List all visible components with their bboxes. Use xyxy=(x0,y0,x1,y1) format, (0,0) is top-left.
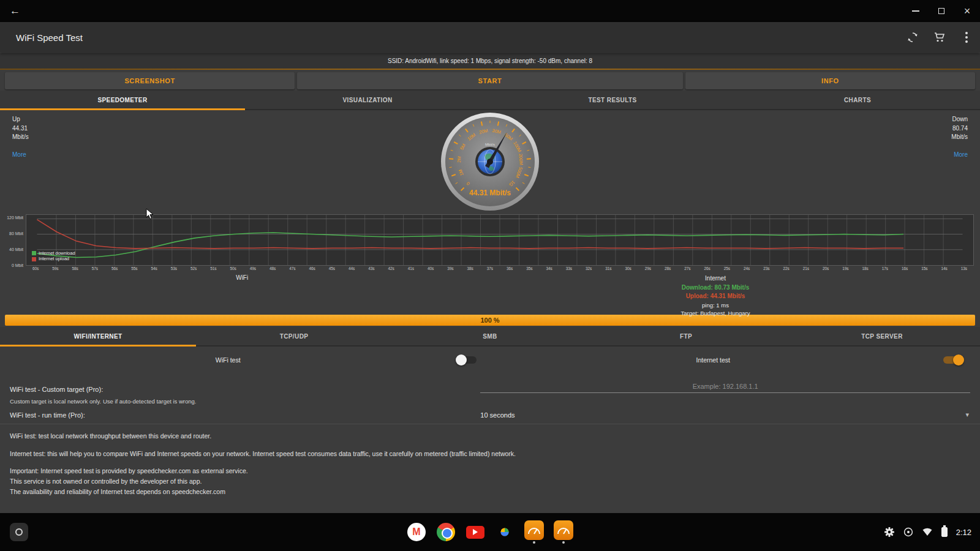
settings-section: WiFi test Internet test WiFi test - Cust… xyxy=(0,347,980,504)
maximize-icon xyxy=(938,8,944,14)
svg-text:200M: 200M xyxy=(518,154,524,165)
tab-tcp-server[interactable]: TCP SERVER xyxy=(784,327,980,345)
x-axis-label: 48s xyxy=(263,266,282,271)
x-axis-label: 56s xyxy=(105,266,124,271)
x-axis-label: 49s xyxy=(243,266,263,271)
internet-target-value: Target: Budapest, Hungary xyxy=(680,309,750,318)
chart-x-axis: 60s59s58s57s56s55s54s53s52s51s50s49s48s4… xyxy=(26,266,974,271)
x-axis-label: 47s xyxy=(282,266,302,271)
tab-visualization[interactable]: VISUALIZATION xyxy=(245,91,490,109)
x-axis-label: 35s xyxy=(519,266,539,271)
chevron-down-icon[interactable]: ▾ xyxy=(965,411,970,419)
internet-test-description: Internet test: this will help you to com… xyxy=(10,449,970,459)
x-axis-label: 38s xyxy=(461,266,480,271)
minimize-button[interactable] xyxy=(903,0,929,22)
tab-charts[interactable]: CHARTS xyxy=(735,91,980,109)
x-axis-label: 30s xyxy=(619,266,638,271)
legend-item: Internet upload xyxy=(32,256,75,262)
y-axis-label: 40 Mbit xyxy=(9,247,23,252)
tab-ftp[interactable]: FTP xyxy=(588,327,784,345)
internet-test-label: Internet test xyxy=(484,356,942,364)
shelf-item-wifi-speed-test-2[interactable] xyxy=(554,520,573,544)
important-note-2: This service is not owned or controlled … xyxy=(10,477,970,486)
x-axis-label: 29s xyxy=(638,266,658,271)
x-axis-label: 39s xyxy=(440,266,460,271)
shelf-item-youtube[interactable] xyxy=(466,522,485,542)
x-axis-label: 22s xyxy=(777,266,796,271)
x-axis-label: 31s xyxy=(598,266,618,271)
status-tray[interactable]: 2:12 xyxy=(884,527,971,538)
tab-smb[interactable]: SMB xyxy=(392,327,588,345)
sync-button[interactable] xyxy=(899,22,926,53)
screenshot-button[interactable]: SCREENSHOT xyxy=(5,72,295,89)
x-axis-label: 17s xyxy=(875,266,895,271)
test-toggle-row: WiFi test Internet test xyxy=(0,347,980,373)
x-axis-label: 25s xyxy=(717,266,737,271)
wifi-test-description: WiFi test: test local network throughput… xyxy=(10,432,970,441)
google-photos-icon xyxy=(496,523,514,541)
x-axis-label: 44s xyxy=(342,266,361,271)
tab-test-results[interactable]: TEST RESULTS xyxy=(490,91,735,109)
cart-button[interactable] xyxy=(926,22,953,53)
running-indicator xyxy=(562,541,565,544)
launcher-button[interactable] xyxy=(10,523,28,541)
wifi-test-toggle[interactable] xyxy=(456,354,478,366)
x-axis-label: 18s xyxy=(856,266,875,271)
info-button[interactable]: INFO xyxy=(685,72,975,89)
internet-test-toggle[interactable] xyxy=(942,354,964,366)
start-button[interactable]: START xyxy=(297,72,682,89)
shelf-item-chrome[interactable] xyxy=(436,522,456,542)
description-block: WiFi test: test local network throughput… xyxy=(0,424,980,504)
x-axis-label: 54s xyxy=(145,266,164,271)
x-axis-label: 23s xyxy=(756,266,776,271)
overflow-menu-button[interactable] xyxy=(953,22,980,53)
x-axis-label: 14s xyxy=(935,266,954,271)
shelf-item-google-photos[interactable] xyxy=(495,522,514,542)
close-button[interactable]: × xyxy=(954,0,980,22)
tab-wifi-internet[interactable]: WIFI/INTERNET xyxy=(0,327,196,345)
back-arrow-icon[interactable]: ← xyxy=(0,5,30,17)
run-time-select[interactable]: 10 seconds xyxy=(480,411,965,419)
custom-target-input[interactable] xyxy=(480,383,970,393)
status-circle-icon xyxy=(903,527,913,537)
shelf-app-icons: M xyxy=(407,520,573,544)
x-axis-label: 55s xyxy=(124,266,144,271)
y-axis-label: 0 Mbit xyxy=(12,263,23,268)
ssid-info-text: SSID: AndroidWifi, link speed: 1 Mbps, s… xyxy=(388,58,592,64)
tab-speedometer[interactable]: SPEEDOMETER xyxy=(0,91,245,109)
wifi-icon xyxy=(922,527,933,537)
chrome-icon xyxy=(437,523,455,541)
wifi-speed-test-icon xyxy=(524,520,544,540)
cart-icon xyxy=(933,31,946,43)
maximize-button[interactable] xyxy=(929,0,954,22)
gear-icon xyxy=(884,527,895,538)
internet-result-title: Internet xyxy=(680,274,750,283)
x-axis-label: 27s xyxy=(677,266,697,271)
shelf-item-gmail[interactable]: M xyxy=(407,522,426,542)
clock: 2:12 xyxy=(956,528,971,537)
chart-plot-area: Internet downloadInternet upload xyxy=(26,214,974,266)
important-note-3: The availability and reliability of Inte… xyxy=(10,487,970,497)
x-axis-label: 42s xyxy=(382,266,401,271)
x-axis-label: 33s xyxy=(559,266,579,271)
wifi-test-label: WiFi test xyxy=(0,356,456,364)
internet-ping-value: ping: 1 ms xyxy=(680,301,750,310)
svg-text:2M: 2M xyxy=(456,156,462,163)
x-axis-label: 40s xyxy=(421,266,440,271)
tab-tcp-udp[interactable]: TCP/UDP xyxy=(196,327,392,345)
internet-upload-value: Upload: 44.31 Mbit/s xyxy=(680,292,750,301)
action-button-row: SCREENSHOT START INFO xyxy=(0,70,980,91)
x-axis-label: 52s xyxy=(184,266,203,271)
shelf-item-wifi-speed-test[interactable] xyxy=(524,520,544,544)
chart-canvas xyxy=(26,214,974,266)
chromeos-shelf: M xyxy=(0,513,980,551)
x-axis-label: 24s xyxy=(737,266,756,271)
x-axis-label: 21s xyxy=(796,266,816,271)
x-axis-label: 15s xyxy=(914,266,934,271)
x-axis-label: 60s xyxy=(26,266,45,271)
down-more-link[interactable]: More xyxy=(954,151,968,160)
throughput-chart: 120 Mbit80 Mbit40 Mbit0 Mbit Internet do… xyxy=(0,214,980,266)
x-axis-label: 45s xyxy=(322,266,342,271)
up-more-link[interactable]: More xyxy=(12,151,26,160)
test-progress-bar: 100 % xyxy=(5,315,975,326)
